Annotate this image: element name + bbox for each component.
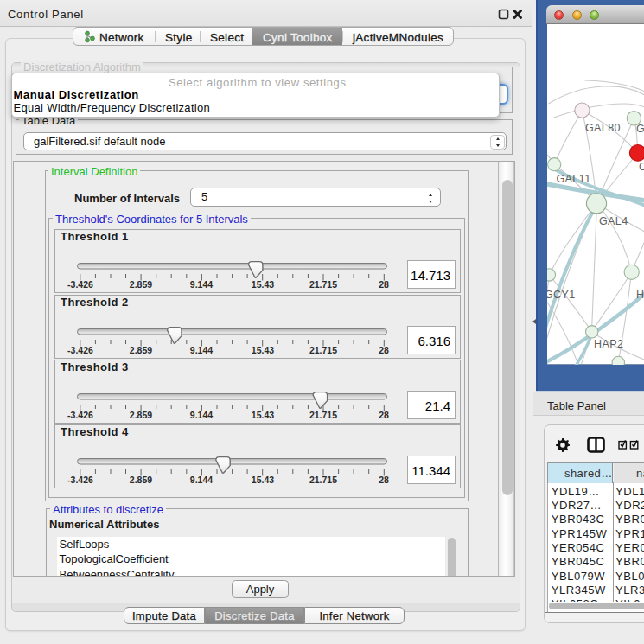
svg-text:GCY1: GCY1 — [547, 289, 576, 301]
svg-text:HAP2: HAP2 — [594, 338, 623, 350]
svg-text:GAL80: GAL80 — [585, 122, 621, 134]
svg-text:CA: CA — [639, 161, 644, 173]
svg-text:GA: GA — [636, 123, 644, 135]
svg-text:GAL11: GAL11 — [556, 173, 590, 185]
svg-text:GAL4: GAL4 — [599, 215, 628, 227]
svg-text:HA: HA — [636, 289, 644, 301]
